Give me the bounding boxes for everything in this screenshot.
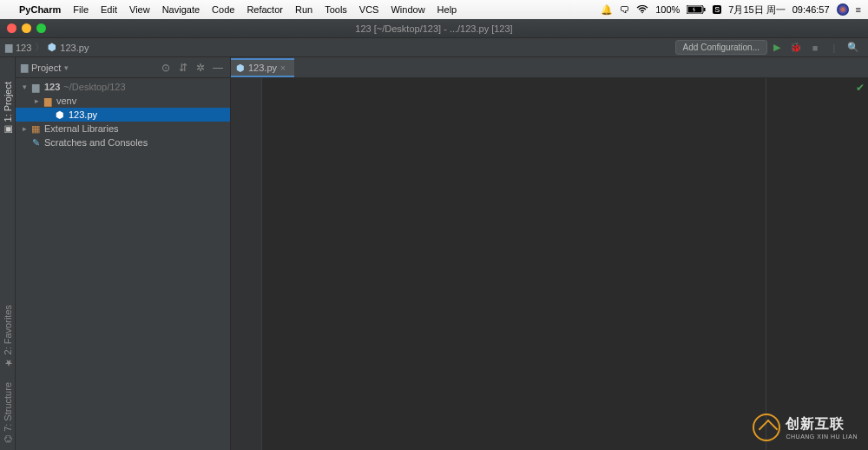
- folder-icon: ▆: [5, 42, 12, 53]
- menu-navigate[interactable]: Navigate: [162, 4, 200, 15]
- expand-arrow-icon[interactable]: ▸: [19, 124, 30, 133]
- folder-icon: ▆: [30, 82, 42, 93]
- tool-tab-project[interactable]: ▣1: Project: [2, 82, 13, 136]
- run-button[interactable]: ▶: [769, 40, 785, 56]
- stop-button[interactable]: ■: [807, 40, 823, 56]
- main-area: ▣1: Project ★2: Favorites ⌬7: Structure …: [0, 57, 868, 450]
- python-file-icon: ⬢: [48, 42, 56, 53]
- expand-arrow-icon[interactable]: ▸: [31, 96, 42, 105]
- left-tool-stripe: ▣1: Project ★2: Favorites ⌬7: Structure: [0, 57, 16, 450]
- project-panel-header: ▆ Project ▾ ⊙ ⇵ ✲ —: [16, 57, 230, 78]
- svg-rect-3: [704, 8, 706, 11]
- tree-root[interactable]: ▾ ▆ 123 ~/Desktop/123: [16, 80, 230, 94]
- app-name[interactable]: PyCharm: [19, 4, 61, 15]
- inspection-ok-icon[interactable]: ✔: [856, 82, 865, 94]
- project-tree: ▾ ▆ 123 ~/Desktop/123 ▸ ▆ venv ⬢ 123.py …: [16, 78, 230, 151]
- debug-button[interactable]: 🐞: [788, 40, 804, 56]
- menu-edit[interactable]: Edit: [101, 4, 117, 15]
- menu-vcs[interactable]: VCS: [359, 4, 379, 15]
- editor-gutter: [231, 78, 262, 450]
- tree-external-libraries[interactable]: ▸ ▦ External Libraries: [16, 122, 230, 136]
- battery-percent: 100%: [655, 4, 680, 15]
- editor-tab-123py[interactable]: ⬢ 123.py ×: [231, 58, 294, 77]
- project-view-selector[interactable]: ▆ Project ▾: [21, 62, 69, 73]
- tool-tab-structure[interactable]: ⌬7: Structure: [2, 382, 13, 443]
- editor-area: ⬢ 123.py × ✔: [231, 57, 868, 450]
- scratches-icon: ✎: [30, 137, 42, 149]
- right-margin-ruler: [766, 78, 766, 450]
- menu-code[interactable]: Code: [212, 4, 234, 15]
- collapse-all-icon[interactable]: ⇵: [176, 62, 190, 74]
- menu-extra-icon[interactable]: ≡: [856, 4, 861, 15]
- menubar-time[interactable]: 09:46:57: [792, 4, 830, 15]
- tree-scratches[interactable]: ✎ Scratches and Consoles: [16, 136, 230, 149]
- expand-arrow-icon[interactable]: ▾: [19, 83, 30, 91]
- menu-window[interactable]: Window: [391, 4, 424, 15]
- watermark-logo-icon: [753, 414, 780, 441]
- navigation-bar: ▆ 123 〉 ⬢ 123.py Add Configuration... ▶ …: [0, 38, 868, 57]
- menu-file[interactable]: File: [73, 4, 89, 15]
- breadcrumb-separator: 〉: [35, 41, 44, 54]
- watermark-text-en: CHUANG XIN HU LIAN: [786, 433, 858, 440]
- python-file-icon: ⬢: [236, 63, 245, 74]
- watermark-text-cn: 创新互联: [786, 415, 858, 433]
- watermark: 创新互联 CHUANG XIN HU LIAN: [753, 414, 858, 441]
- macos-menubar: PyCharm File Edit View Navigate Code Ref…: [0, 0, 868, 19]
- wechat-icon[interactable]: 🗨: [620, 4, 629, 15]
- menu-refactor[interactable]: Refactor: [247, 4, 283, 15]
- menu-run[interactable]: Run: [295, 4, 312, 15]
- svg-point-0: [641, 12, 643, 14]
- window-titlebar: 123 [~/Desktop/123] - .../123.py [123]: [0, 19, 868, 38]
- battery-icon: [687, 5, 706, 14]
- siri-icon[interactable]: [837, 3, 849, 16]
- search-everywhere-button[interactable]: 🔍: [845, 40, 861, 56]
- editor-body[interactable]: ✔: [231, 78, 868, 450]
- locate-icon[interactable]: ⊙: [159, 62, 173, 74]
- project-tool-window: ▆ Project ▾ ⊙ ⇵ ✲ — ▾ ▆ 123 ~/Desktop/12…: [16, 57, 231, 450]
- breadcrumb-project[interactable]: 123: [16, 43, 31, 53]
- menu-tools[interactable]: Tools: [325, 4, 347, 15]
- tree-file-123py[interactable]: ⬢ 123.py: [16, 108, 230, 122]
- python-file-icon: ⬢: [54, 109, 66, 121]
- breadcrumb-file[interactable]: 123.py: [60, 43, 89, 53]
- window-title: 123 [~/Desktop/123] - .../123.py [123]: [0, 23, 868, 34]
- menu-view[interactable]: View: [129, 4, 150, 15]
- venv-folder-icon: ▆: [42, 96, 54, 107]
- library-icon: ▦: [30, 123, 42, 135]
- input-method-icon[interactable]: S: [713, 5, 721, 14]
- editor-tab-label: 123.py: [248, 63, 277, 73]
- tree-venv[interactable]: ▸ ▆ venv: [16, 94, 230, 108]
- tool-tab-favorites[interactable]: ★2: Favorites: [2, 305, 13, 368]
- divider: |: [826, 40, 842, 56]
- code-area[interactable]: ✔: [262, 78, 868, 450]
- menubar-date[interactable]: 7月15日 周一: [728, 3, 785, 17]
- add-configuration-button[interactable]: Add Configuration...: [675, 40, 767, 55]
- close-tab-icon[interactable]: ×: [280, 63, 286, 73]
- hide-panel-icon[interactable]: —: [211, 62, 225, 74]
- wifi-icon[interactable]: [636, 5, 648, 14]
- settings-gear-icon[interactable]: ✲: [194, 62, 207, 74]
- editor-tabs: ⬢ 123.py ×: [231, 57, 868, 78]
- breadcrumb[interactable]: ▆ 123 〉 ⬢ 123.py: [5, 41, 89, 54]
- bell-icon[interactable]: 🔔: [601, 4, 613, 16]
- menu-help[interactable]: Help: [437, 4, 457, 15]
